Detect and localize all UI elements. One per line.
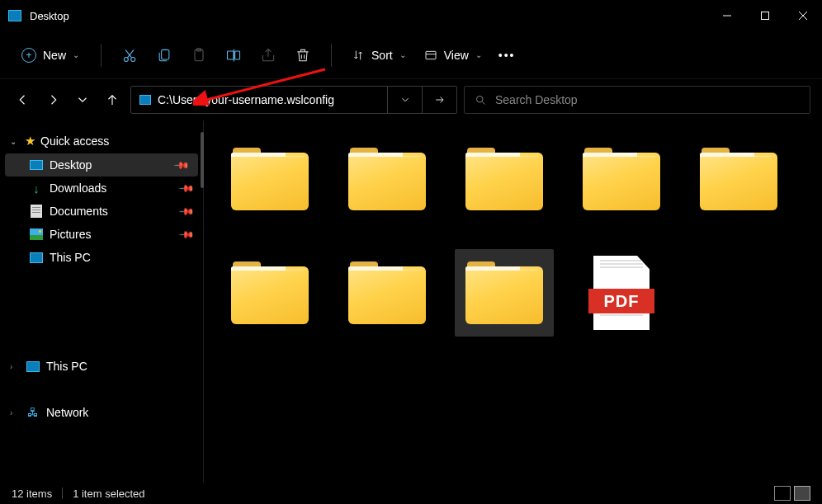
- item-grid: PDF: [220, 135, 805, 337]
- search-input[interactable]: [495, 93, 800, 106]
- folder-item[interactable]: [220, 249, 319, 337]
- folder-item[interactable]: [338, 135, 437, 223]
- svg-rect-8: [162, 49, 169, 59]
- navigation-pane: ⌄ ★ Quick access Desktop 📌 ↓ Downloads 📌…: [0, 120, 204, 483]
- folder-item[interactable]: [338, 249, 437, 337]
- downloads-icon: ↓: [33, 181, 40, 195]
- address-bar: C:\Users\your-username.wslconfig: [130, 86, 457, 114]
- svg-point-18: [477, 96, 484, 102]
- folder-icon: [348, 148, 426, 210]
- sidebar-item-downloads[interactable]: ↓ Downloads 📌: [0, 177, 203, 200]
- content-pane[interactable]: PDF: [204, 120, 822, 483]
- svg-point-4: [124, 57, 128, 61]
- window-title: Desktop: [30, 10, 69, 22]
- main-area: ⌄ ★ Quick access Desktop 📌 ↓ Downloads 📌…: [0, 120, 822, 483]
- folder-icon: [348, 261, 426, 324]
- sort-button[interactable]: Sort ⌄: [343, 44, 414, 67]
- more-button[interactable]: •••: [492, 49, 522, 62]
- sidebar-item-thispc-quick[interactable]: This PC: [0, 246, 203, 269]
- folder-item[interactable]: [572, 135, 671, 223]
- sort-label: Sort: [371, 49, 393, 62]
- address-go-button[interactable]: [422, 87, 456, 113]
- view-mode-toggles: [774, 486, 810, 501]
- folder-item-selected[interactable]: [455, 249, 554, 337]
- svg-rect-16: [426, 51, 436, 59]
- sidebar-label: This PC: [50, 251, 91, 264]
- pictures-icon: [30, 228, 43, 240]
- sidebar-item-thispc[interactable]: › This PC: [0, 351, 203, 381]
- view-button[interactable]: View ⌄: [416, 44, 490, 67]
- pin-icon: 📌: [178, 203, 196, 220]
- status-bar: 12 items 1 item selected: [0, 483, 822, 504]
- status-selected: 1 item selected: [73, 488, 144, 500]
- search-bar[interactable]: [464, 86, 810, 114]
- sidebar-item-documents[interactable]: Documents 📌: [0, 200, 203, 223]
- share-button[interactable]: [252, 39, 285, 72]
- sidebar-label: Pictures: [50, 228, 92, 241]
- details-view-button[interactable]: [774, 486, 791, 501]
- pc-icon: [30, 252, 43, 263]
- svg-rect-12: [235, 51, 240, 59]
- folder-item[interactable]: [689, 135, 788, 223]
- documents-icon: [31, 205, 42, 218]
- folder-item[interactable]: [220, 135, 319, 223]
- desktop-icon: [30, 160, 43, 170]
- close-button[interactable]: [784, 2, 822, 30]
- chevron-right-icon: ›: [10, 408, 20, 417]
- forward-button[interactable]: [41, 85, 64, 115]
- navigation-bar: C:\Users\your-username.wslconfig: [0, 79, 822, 120]
- svg-rect-1: [762, 12, 769, 20]
- pdf-label: PDF: [588, 289, 654, 313]
- svg-rect-11: [228, 51, 234, 59]
- quick-access-label: Quick access: [40, 134, 109, 148]
- window-titlebar: Desktop: [0, 0, 822, 31]
- sidebar-item-network[interactable]: › 🖧 Network: [0, 398, 203, 427]
- svg-point-5: [131, 57, 135, 61]
- folder-icon: [700, 148, 777, 210]
- view-label: View: [444, 49, 469, 62]
- chevron-down-icon: ⌄: [399, 50, 406, 59]
- svg-line-19: [482, 101, 484, 104]
- status-item-count: 12 items: [12, 488, 52, 500]
- pin-icon: 📌: [178, 226, 196, 243]
- window-app-icon: [8, 10, 21, 21]
- rename-button[interactable]: [217, 39, 250, 72]
- network-icon: 🖧: [27, 406, 39, 419]
- copy-button[interactable]: [148, 39, 181, 72]
- pdf-icon: PDF: [588, 256, 654, 330]
- pdf-item[interactable]: PDF: [572, 249, 671, 337]
- star-icon: ★: [25, 134, 35, 148]
- address-dropdown[interactable]: [387, 87, 422, 113]
- folder-icon: [231, 261, 309, 324]
- sidebar-label: This PC: [46, 360, 87, 373]
- maximize-button[interactable]: [746, 2, 784, 30]
- back-button[interactable]: [12, 85, 35, 115]
- quick-access-header[interactable]: ⌄ ★ Quick access: [0, 129, 203, 153]
- pc-icon: [26, 361, 40, 372]
- command-toolbar: + New ⌄ Sort ⌄ View ⌄ •••: [0, 31, 822, 79]
- up-button[interactable]: [101, 85, 124, 115]
- address-field[interactable]: C:\Users\your-username.wslconfig: [131, 93, 387, 106]
- sidebar-item-pictures[interactable]: Pictures 📌: [0, 223, 203, 246]
- sidebar-label: Desktop: [50, 158, 92, 172]
- chevron-down-icon: ⌄: [10, 137, 20, 146]
- new-button-label: New: [43, 49, 66, 62]
- sidebar-item-desktop[interactable]: Desktop 📌: [5, 153, 198, 177]
- cut-button[interactable]: [113, 39, 146, 72]
- icons-view-button[interactable]: [794, 486, 810, 501]
- delete-button[interactable]: [286, 39, 319, 72]
- chevron-down-icon: ⌄: [73, 50, 79, 59]
- folder-icon: [465, 148, 543, 210]
- folder-item[interactable]: [455, 135, 554, 223]
- recent-button[interactable]: [71, 85, 94, 115]
- minimize-button[interactable]: [708, 2, 746, 30]
- paste-button[interactable]: [182, 39, 215, 72]
- location-icon: [139, 95, 151, 105]
- search-icon: [475, 94, 487, 106]
- window-controls: [708, 2, 822, 30]
- pin-icon: 📌: [178, 180, 196, 197]
- address-text: C:\Users\your-username.wslconfig: [158, 93, 334, 106]
- new-button[interactable]: + New ⌄: [12, 43, 89, 68]
- folder-icon: [583, 148, 660, 210]
- plus-in-circle-icon: +: [21, 48, 36, 63]
